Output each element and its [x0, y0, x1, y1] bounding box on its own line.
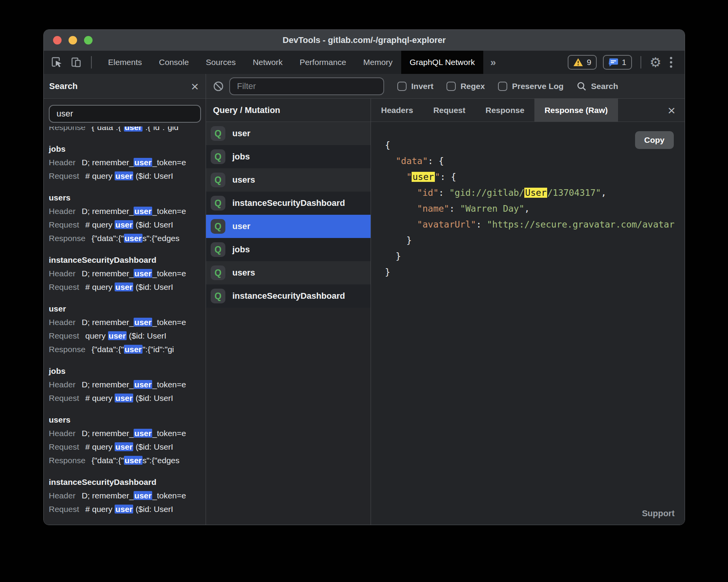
result-field-label: Header	[49, 491, 76, 500]
search-result-row[interactable]: HeaderD; remember_user_token=e	[49, 204, 206, 218]
query-list-item-users[interactable]: Qusers	[206, 168, 371, 192]
detail-tab-response[interactable]: Response	[476, 99, 534, 122]
detail-close-wrap: ×	[668, 99, 685, 122]
window-titlebar[interactable]: DevTools - gitlab.com/-/graphql-explorer	[44, 30, 685, 51]
json-token: ,	[601, 188, 606, 198]
query-list-item-instancesecuritydashboard[interactable]: QinstanceSecurityDashboard	[206, 192, 371, 215]
clear-icon[interactable]	[213, 81, 224, 92]
preserve-log-checkbox[interactable]	[498, 82, 507, 91]
search-match-highlight: user	[124, 345, 143, 354]
kebab-menu-icon[interactable]	[668, 57, 675, 68]
search-match-highlight: user	[115, 442, 133, 451]
detail-tab-request[interactable]: Request	[423, 99, 476, 122]
result-text: D; remember_	[82, 158, 134, 167]
search-result-row[interactable]: Response{"data":{"user":{"id":"gid	[49, 127, 206, 134]
result-text: D; remember_	[82, 269, 134, 278]
json-token: : {	[428, 156, 444, 166]
search-panel-header: Search ×	[44, 74, 206, 99]
tab-network[interactable]: Network	[244, 51, 291, 74]
result-text: ":{"id":"gid	[143, 127, 179, 132]
search-result-row[interactable]: Request# query user ($id: UserI	[49, 391, 206, 405]
query-list-item-instancesecuritydashboard[interactable]: QinstanceSecurityDashboard	[206, 284, 371, 308]
result-field-label: Response	[49, 345, 86, 354]
query-list-item-user[interactable]: Quser	[206, 122, 371, 145]
search-result-row[interactable]: HeaderD; remember_user_token=e	[49, 267, 206, 280]
json-token: :	[476, 219, 487, 229]
warnings-badge[interactable]: 9	[568, 55, 597, 70]
more-tabs-icon[interactable]: »	[483, 51, 503, 74]
detail-tab-headers[interactable]: Headers	[371, 99, 423, 122]
detail-tab-response-raw[interactable]: Response (Raw)	[534, 99, 618, 122]
query-list-item-jobs[interactable]: Qjobs	[206, 238, 371, 261]
search-result-row[interactable]: Request# query user ($id: UserI	[49, 440, 206, 454]
json-token: "id"	[417, 188, 438, 198]
detail-close-icon[interactable]: ×	[668, 104, 675, 116]
tab-performance[interactable]: Performance	[291, 51, 355, 74]
search-match-highlight: user	[134, 269, 152, 278]
search-input-wrap	[44, 99, 206, 127]
search-result-row[interactable]: HeaderD; remember_user_token=e	[49, 378, 206, 391]
result-field-label: Header	[49, 429, 76, 438]
result-field-value: query user ($id: UserI	[85, 331, 166, 340]
search-result-row[interactable]: HeaderD; remember_user_token=e	[49, 426, 206, 440]
messages-badge[interactable]: 1	[603, 55, 632, 70]
result-text: # query	[85, 282, 115, 291]
search-result-row[interactable]: Request# query user ($id: UserI	[49, 502, 206, 516]
search-result-row[interactable]: Response{"data":{"users":{"edges	[49, 454, 206, 467]
search-match-highlight: user	[124, 234, 143, 243]
search-result-row[interactable]: Request# query user ($id: UserI	[49, 169, 206, 183]
search-result-row[interactable]: Request# query user ($id: UserI	[49, 218, 206, 231]
json-line: "avatarUrl": "https://secure.gravatar.co…	[385, 217, 685, 233]
result-text: # query	[85, 442, 115, 451]
result-field-value: D; remember_user_token=e	[82, 158, 186, 167]
search-result-row[interactable]: Response{"data":{"users":{"edges	[49, 231, 206, 245]
search-panel-close-icon[interactable]: ×	[191, 80, 199, 92]
search-result-row[interactable]: HeaderD; remember_user_token=e	[49, 489, 206, 502]
result-text: _token=e	[152, 380, 186, 389]
support-link[interactable]: Support	[642, 508, 675, 519]
query-list-item-label: user	[232, 128, 250, 139]
result-text: _token=e	[152, 318, 186, 327]
query-list-item-users[interactable]: Qusers	[206, 261, 371, 284]
device-toolbar-icon[interactable]	[69, 55, 83, 69]
query-list-item-user[interactable]: Quser	[206, 215, 371, 238]
invert-checkbox[interactable]	[397, 82, 407, 91]
json-line: "name": "Warren Day",	[385, 201, 685, 217]
query-mutation-panel: Query / Mutation QuserQjobsQusersQinstan…	[206, 99, 371, 525]
toolbar-divider	[91, 56, 92, 68]
tab-sources[interactable]: Sources	[197, 51, 244, 74]
tab-elements[interactable]: Elements	[100, 51, 151, 74]
response-raw-body: { "data": { "user": { "id": "gid://gitla…	[371, 122, 685, 525]
tab-memory[interactable]: Memory	[355, 51, 401, 74]
query-list-item-jobs[interactable]: Qjobs	[206, 145, 371, 168]
search-result-row[interactable]: Response{"data":{"user":{"id":"gi	[49, 342, 206, 356]
search-result-row[interactable]: Requestquery user ($id: UserI	[49, 329, 206, 342]
search-result-group-title: users	[49, 413, 206, 426]
message-count: 1	[622, 58, 627, 67]
tab-graphql-network[interactable]: GraphQL Network	[401, 51, 483, 74]
search-input[interactable]	[49, 105, 201, 123]
result-text: {"data":{"	[92, 234, 124, 243]
search-result-row[interactable]: HeaderD; remember_user_token=e	[49, 156, 206, 169]
json-line: }	[385, 248, 685, 264]
settings-gear-icon[interactable]: ⚙	[650, 56, 661, 69]
search-result-row[interactable]: HeaderD; remember_user_token=e	[49, 315, 206, 329]
regex-checkbox[interactable]	[446, 82, 456, 91]
search-results: Response{"data":{"user":{"id":"gidjobsHe…	[44, 127, 206, 525]
copy-button[interactable]: Copy	[635, 131, 674, 149]
result-field-label: Header	[49, 158, 76, 167]
search-toggle[interactable]: Search	[577, 81, 618, 91]
badges-divider	[640, 56, 641, 68]
result-field-value: {"data":{"user":{"id":"gid	[92, 127, 179, 132]
inspect-element-icon[interactable]	[50, 55, 64, 69]
search-result-group: jobsHeaderD; remember_user_token=eReques…	[49, 142, 206, 183]
result-field-value: # query user ($id: UserI	[85, 282, 173, 291]
search-toggle-label: Search	[591, 82, 618, 91]
search-result-row[interactable]: Request# query user ($id: UserI	[49, 280, 206, 294]
tab-console[interactable]: Console	[151, 51, 197, 74]
devtools-tabs: ElementsConsoleSourcesNetworkPerformance…	[100, 51, 483, 74]
result-field-value: D; remember_user_token=e	[82, 318, 186, 327]
search-match-highlight: user	[134, 207, 152, 216]
devtools-tool-icons	[44, 51, 100, 74]
filter-input[interactable]	[229, 77, 384, 95]
